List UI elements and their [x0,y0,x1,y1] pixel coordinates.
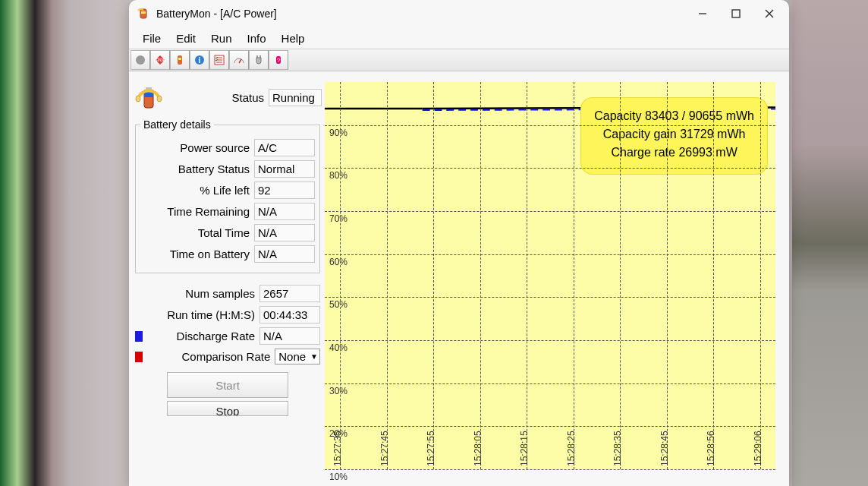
gauge-icon[interactable] [229,50,249,70]
y-tick-label: 40% [329,342,348,353]
gridline-v [433,82,434,469]
plug-icon[interactable] [249,50,269,70]
close-button[interactable] [753,0,786,27]
chevron-down-icon: ▼ [310,352,318,361]
svg-rect-1 [141,11,146,14]
titlebar: BatteryMon - [A/C Power] [129,0,789,27]
run-time-value: 00:44:33 [259,306,320,323]
x-tick-label: 15:28:35 [612,431,623,466]
content-area: Status Running Battery details Power sou… [129,71,789,486]
gridline-v [574,82,574,469]
gridline-h [325,211,775,212]
toolbar: STOP i ? [129,49,789,71]
maximize-button[interactable] [719,0,753,27]
gridline-v [713,82,714,469]
y-tick-label: 60% [329,257,348,267]
gridline-h [325,426,775,427]
battery-status-value: Normal [254,160,315,178]
gridline-h [325,125,775,126]
time-on-battery-label: Time on Battery [140,248,254,260]
x-tick-label: 15:28:25 [566,431,577,466]
x-tick-label: 15:27:55 [426,431,436,466]
overlay-capacity-gain: Capacity gain 31729 mWh [594,128,754,141]
info-icon[interactable]: i [190,50,209,70]
comparison-color-swatch [135,352,143,362]
total-time-value: N/A [254,224,315,241]
svg-text:?: ? [277,57,281,64]
left-pane: Status Running Battery details Power sou… [131,79,322,486]
discharge-color-swatch [135,331,143,342]
y-tick-label: 50% [329,299,348,310]
y-tick-label: 70% [329,213,348,224]
battery-status-label: Battery Status [140,163,254,175]
num-samples-label: Num samples [135,287,259,300]
gridline-h [325,340,775,341]
x-tick-label: 15:28:15 [519,431,530,466]
status-label: Status [164,91,269,104]
x-tick-label: 15:28:45 [659,431,670,466]
power-source-value: A/C [254,139,315,156]
x-tick-label: 15:29:06 [753,431,763,466]
gridline-h [325,168,775,169]
y-tick-label: 90% [329,128,348,138]
status-value: Running [269,89,322,106]
gridline-h [325,254,775,255]
gridline-v [620,82,621,469]
start-button[interactable]: Start [167,372,288,398]
x-tick-label: 15:27:45 [379,431,390,466]
gridline-v [527,82,527,469]
menu-help[interactable]: Help [274,30,313,47]
chart-panel: Capacity 83403 / 90655 mWh Capacity gain… [325,79,783,486]
x-tick-label: 15:27:35 [332,431,343,466]
svg-point-6 [136,55,145,65]
y-tick-label: 80% [329,170,348,181]
svg-text:STOP: STOP [155,58,165,62]
battery-details-legend: Battery details [140,118,214,131]
checklist-icon[interactable] [209,50,229,70]
config-icon[interactable]: ? [269,50,288,70]
comparison-rate-label: Comparison Rate [146,350,275,363]
discharge-rate-label: Discharge Rate [146,330,259,342]
num-samples-value: 2657 [259,285,320,302]
time-on-battery-value: N/A [254,245,315,263]
status-icon [134,82,164,112]
svg-rect-3 [732,10,740,17]
menu-info[interactable]: Info [240,30,274,47]
svg-rect-10 [178,58,181,60]
gridline-v [760,82,761,469]
overlay-charge-rate: Charge rate 26993 mW [594,146,754,159]
gridline-h [325,383,775,384]
total-time-label: Total Time [140,226,254,239]
window-title: BatteryMon - [A/C Power] [156,8,277,20]
x-tick-label: 15:28:56 [706,431,716,466]
chart-overlay: Capacity 83403 / 90655 mWh Capacity gain… [580,97,768,175]
svg-point-23 [157,96,162,102]
x-tick-label: 15:28:05 [473,431,483,466]
menubar: File Edit Run Info Help [129,27,789,49]
minimize-button[interactable] [686,0,719,27]
menu-file[interactable]: File [135,30,168,47]
status-row: Status Running [134,82,322,112]
record-icon[interactable] [131,50,150,70]
battery-icon[interactable] [170,50,190,70]
menu-run[interactable]: Run [203,30,240,47]
svg-point-22 [136,96,140,102]
battery-details-group: Battery details Power sourceA/C Battery … [135,118,320,273]
gridline-h [325,297,775,298]
time-remaining-value: N/A [254,203,315,220]
stop-button[interactable]: Stop [167,401,288,416]
gridline-v [387,82,388,469]
app-icon [137,7,150,21]
comparison-rate-select[interactable]: None ▼ [275,349,320,364]
run-time-label: Run time (H:M:S) [135,308,259,321]
y-tick-label: 30% [329,386,348,396]
gridline-v [667,82,668,469]
gridline-h [325,469,775,470]
power-source-label: Power source [140,141,254,154]
overlay-capacity: Capacity 83403 / 90655 mWh [594,109,754,123]
app-window: BatteryMon - [A/C Power] File Edit Run I… [129,0,789,486]
stop-icon[interactable]: STOP [150,50,170,70]
discharge-rate-value: N/A [259,327,320,345]
menu-edit[interactable]: Edit [168,30,203,47]
time-remaining-label: Time Remaining [140,205,254,218]
